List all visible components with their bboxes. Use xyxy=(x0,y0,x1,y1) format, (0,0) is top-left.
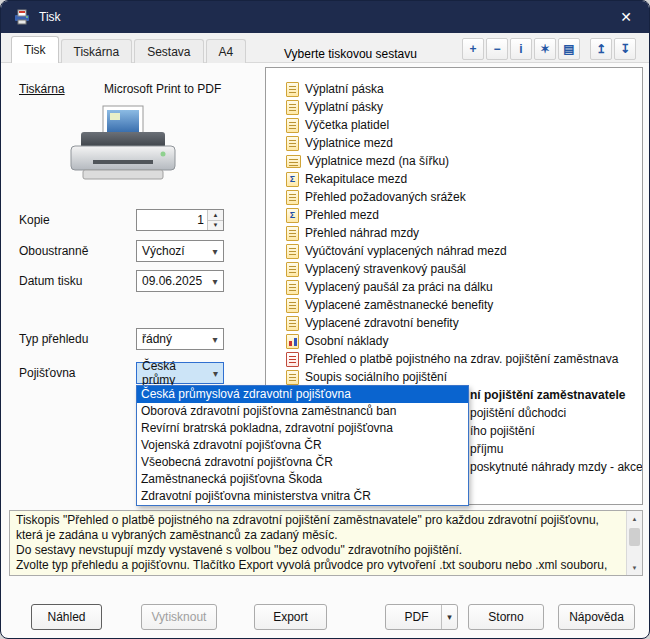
pdf-button[interactable]: PDF xyxy=(385,604,458,630)
tree-item[interactable]: Přehled mezd xyxy=(286,206,642,224)
remove-favorite-button[interactable]: − xyxy=(486,38,508,60)
default-report-button[interactable]: ✶ xyxy=(534,38,556,60)
tree-item[interactable]: Výplatnice mezd (na šířku) xyxy=(286,152,642,170)
insurer-option[interactable]: Zaměstnanecká pojišťovna Škoda xyxy=(137,471,468,488)
duplex-combobox[interactable]: Výchozí xyxy=(136,240,224,262)
report-description-text: Tiskopis "Přehled o platbě pojistného na… xyxy=(16,513,620,573)
copies-down-button[interactable]: ▼ xyxy=(208,220,223,231)
description-line: Zvolte typ přehledu a pojišťovnu. Tlačít… xyxy=(16,558,620,573)
cancel-button[interactable]: Storno xyxy=(468,604,544,630)
report-icon xyxy=(286,352,299,367)
printer-link[interactable]: Tiskárna xyxy=(19,82,65,96)
scroll-up-icon[interactable]: ▲ xyxy=(627,511,642,526)
report-icon xyxy=(286,316,299,331)
report-description-box: Tiskopis "Přehled o platbě pojistného na… xyxy=(9,510,643,576)
report-icon xyxy=(286,280,299,295)
printer-name: Microsoft Print to PDF xyxy=(104,82,221,96)
report-icon xyxy=(286,370,299,385)
insurer-value: Česká průmy xyxy=(142,359,208,387)
insurer-option[interactable]: Vojenská zdravotní pojišťovna ČR xyxy=(137,437,468,454)
report-icon xyxy=(286,136,299,151)
add-favorite-button[interactable]: + xyxy=(462,38,484,60)
tree-item[interactable]: Výplatnice mezd xyxy=(286,134,642,152)
tree-item[interactable]: Přehled požadovaných srážek xyxy=(286,188,642,206)
report-icon xyxy=(286,82,299,97)
report-toolbar: + − i ✶ ▤ ↥ ↧ xyxy=(460,38,636,60)
tree-item-label: Výplatnice mezd (na šířku) xyxy=(307,154,449,168)
description-line: Tiskopis "Přehled o platbě pojistného na… xyxy=(16,513,620,528)
copies-spinner[interactable]: 1 ▲▼ xyxy=(136,209,224,231)
report-icon xyxy=(286,118,299,133)
tree-item[interactable]: Vyplacené zaměstnanecké benefity xyxy=(286,296,642,314)
tree-item[interactable]: Přehled o platbě pojistného na zdrav. po… xyxy=(286,350,642,368)
tab-label: A4 xyxy=(219,45,234,59)
tab-tisk[interactable]: Tisk xyxy=(11,36,59,63)
insurer-combobox[interactable]: Česká průmy xyxy=(136,362,224,384)
tree-item[interactable]: Vyplacený stravenkový paušál xyxy=(286,260,642,278)
tree-item[interactable]: Rekapitulace mezd xyxy=(286,170,642,188)
toolbar-button-icon: ✶ xyxy=(540,42,550,56)
report-icon xyxy=(286,172,299,187)
select-report-prompt: Vyberte tiskovou sestavu xyxy=(284,47,417,61)
help-button[interactable]: Nápověda xyxy=(558,604,635,630)
insurer-option[interactable]: Revírní bratrská pokladna, zdravotní poj… xyxy=(137,420,468,437)
close-button[interactable]: ✕ xyxy=(603,1,649,33)
move-down-button[interactable]: ↧ xyxy=(614,38,636,60)
report-icon xyxy=(286,226,299,241)
report-type-value: řádný xyxy=(142,332,172,346)
tree-item[interactable]: Výplatní páska xyxy=(286,80,642,98)
report-type-combobox[interactable]: řádný xyxy=(136,328,224,350)
report-icon xyxy=(286,244,299,259)
preview-button[interactable]: Náhled xyxy=(31,604,102,630)
report-icon xyxy=(286,262,299,277)
tab-label: Sestava xyxy=(147,45,190,59)
report-info-button[interactable]: i xyxy=(510,38,532,60)
tree-item[interactable]: Vyplacené zdravotní benefity xyxy=(286,314,642,332)
insurer-dropdown-list: Česká průmyslová zdravotní pojišťovna Ob… xyxy=(136,385,469,506)
tree-item[interactable]: Osobní náklady xyxy=(286,332,642,350)
scroll-down-icon[interactable]: ▼ xyxy=(627,560,642,575)
print-date-label: Datum tisku xyxy=(19,274,82,288)
scrollbar-thumb[interactable] xyxy=(629,528,640,546)
copies-spin-buttons: ▲▼ xyxy=(207,210,223,230)
insurer-option[interactable]: Zdravotní pojišťovna ministerstva vnitra… xyxy=(137,488,468,505)
tree-item[interactable]: Vyplacený paušál za práci na dálku xyxy=(286,278,642,296)
insurer-option[interactable]: Česká průmyslová zdravotní pojišťovna xyxy=(137,386,468,403)
print-date-picker[interactable]: 09.06.2025 xyxy=(136,270,224,292)
report-icon xyxy=(286,298,299,313)
tree-item-label: Přehled požadovaných srážek xyxy=(305,190,466,204)
report-icon xyxy=(286,334,299,349)
toolbar-button-icon: i xyxy=(519,42,522,56)
insurer-option[interactable]: Všeobecná zdravotní pojišťovna ČR xyxy=(137,454,468,471)
tree-item-label: Rekapitulace mezd xyxy=(305,172,407,186)
tab-tiskarna[interactable]: Tiskárna xyxy=(61,39,133,63)
tree-item-label: Výčetka platidel xyxy=(305,118,389,132)
pdf-button-label: PDF xyxy=(405,610,429,624)
copies-up-button[interactable]: ▲ xyxy=(208,210,223,220)
pdf-dropdown-arrow-icon[interactable] xyxy=(441,605,457,629)
copies-value: 1 xyxy=(137,213,207,227)
tree-item-label: Soupis sociálního pojištění xyxy=(305,370,447,384)
tree-item[interactable]: Soupis sociálního pojištění xyxy=(286,368,642,386)
tree-item[interactable]: Přehled náhrad mzdy xyxy=(286,224,642,242)
description-scrollbar[interactable]: ▲ ▼ xyxy=(626,511,642,575)
print-button[interactable]: Vytisknout xyxy=(141,604,217,630)
tree-item-label: Vyplacený stravenkový paušál xyxy=(305,262,466,276)
duplex-value: Výchozí xyxy=(142,244,185,258)
window-title: Tisk xyxy=(39,10,61,24)
tree-item[interactable]: Výčetka platidel xyxy=(286,116,642,134)
toolbar-button-icon: + xyxy=(469,42,476,56)
report-list-button[interactable]: ▤ xyxy=(558,38,580,60)
tab-sestava[interactable]: Sestava xyxy=(134,39,203,63)
export-button[interactable]: Export xyxy=(254,604,327,630)
tab-a4[interactable]: A4 xyxy=(206,39,247,63)
tree-item-label: Výplatní pásky xyxy=(305,100,383,114)
tab-label: Tisk xyxy=(24,43,46,57)
print-date-value: 09.06.2025 xyxy=(142,274,202,288)
tree-item[interactable]: Vyúčtování vyplacených náhrad mezd xyxy=(286,242,642,260)
move-up-button[interactable]: ↥ xyxy=(590,38,612,60)
tab-label: Tiskárna xyxy=(74,45,120,59)
chevron-down-icon xyxy=(207,329,223,349)
insurer-option[interactable]: Oborová zdravotní pojišťovna zaměstnanců… xyxy=(137,403,468,420)
tree-item[interactable]: Výplatní pásky xyxy=(286,98,642,116)
